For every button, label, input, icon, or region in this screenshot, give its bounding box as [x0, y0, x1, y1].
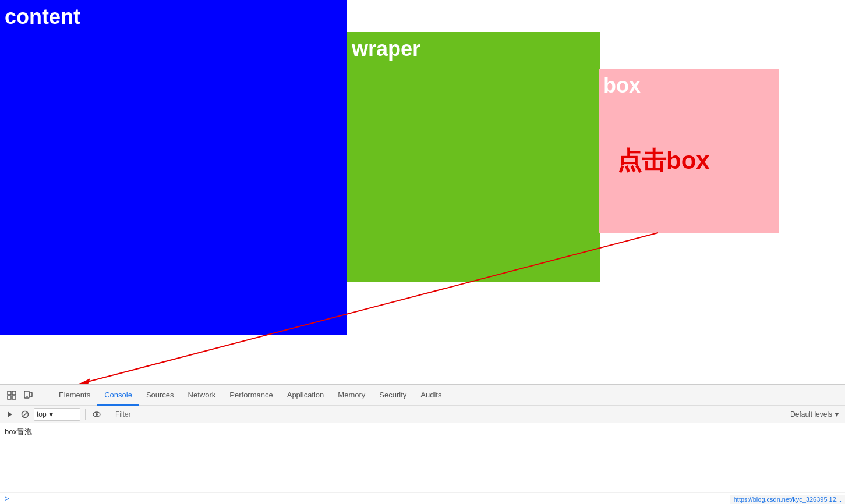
console-divider-2	[108, 409, 108, 420]
tab-network[interactable]: Network	[181, 386, 223, 406]
svg-rect-7	[30, 392, 32, 397]
default-levels-arrow: ▼	[833, 410, 840, 418]
svg-marker-9	[8, 411, 12, 417]
console-output: box冒泡	[0, 423, 845, 492]
svg-line-11	[23, 412, 27, 417]
wraper-box	[347, 32, 600, 282]
inspect-icon	[7, 391, 16, 400]
console-divider-1	[85, 409, 86, 420]
console-toolbar: top ▼ Default levels ▼	[0, 406, 845, 423]
eye-button[interactable]	[90, 408, 103, 421]
content-label: content	[5, 5, 80, 29]
wraper-label: wraper	[352, 37, 420, 61]
url-text: https://blog.csdn.net/kyc_326395 12...	[734, 496, 842, 503]
block-button[interactable]	[19, 408, 31, 421]
tab-sources[interactable]: Sources	[139, 386, 181, 406]
click-box-label: 点击box	[617, 144, 710, 177]
url-bar: https://blog.csdn.net/kyc_326395 12...	[730, 495, 845, 504]
log-text: box冒泡	[5, 427, 32, 437]
toolbar-divider	[41, 389, 41, 401]
svg-rect-4	[8, 396, 11, 399]
content-box	[0, 0, 347, 335]
svg-rect-2	[8, 391, 11, 395]
console-prompt-area: >	[0, 492, 845, 504]
block-icon	[21, 410, 29, 418]
devtools-top-toolbar: Elements Console Sources Network Perform…	[0, 385, 845, 406]
console-log-line: box冒泡	[5, 425, 840, 438]
box-label: box	[603, 73, 641, 98]
tab-application[interactable]: Application	[280, 386, 331, 406]
svg-point-13	[96, 413, 98, 416]
device-icon	[23, 391, 33, 400]
filter-input[interactable]	[113, 410, 788, 418]
context-arrow: ▼	[48, 410, 55, 418]
tab-console[interactable]: Console	[97, 386, 139, 406]
default-levels-button[interactable]: Default levels ▼	[790, 410, 842, 418]
svg-rect-3	[12, 391, 16, 395]
eye-icon	[93, 410, 101, 418]
svg-marker-1	[79, 378, 90, 384]
context-selector[interactable]: top ▼	[34, 408, 80, 421]
main-content: content wraper box 点击box	[0, 0, 845, 384]
execute-button[interactable]	[3, 408, 16, 421]
svg-rect-5	[12, 396, 16, 399]
devtools-tabs: Elements Console Sources Network Perform…	[47, 385, 448, 406]
tab-performance[interactable]: Performance	[222, 386, 280, 406]
device-toolbar-button[interactable]	[21, 388, 35, 402]
tab-audits[interactable]: Audits	[413, 386, 448, 406]
default-levels-label: Default levels	[790, 410, 832, 418]
tab-security[interactable]: Security	[372, 386, 413, 406]
execute-icon	[6, 410, 14, 418]
prompt-symbol[interactable]: >	[5, 494, 9, 503]
tab-elements[interactable]: Elements	[52, 386, 97, 406]
context-label: top	[37, 410, 47, 418]
tab-memory[interactable]: Memory	[331, 386, 372, 406]
inspect-icon-button[interactable]	[5, 388, 19, 402]
devtools-panel: Elements Console Sources Network Perform…	[0, 384, 845, 504]
